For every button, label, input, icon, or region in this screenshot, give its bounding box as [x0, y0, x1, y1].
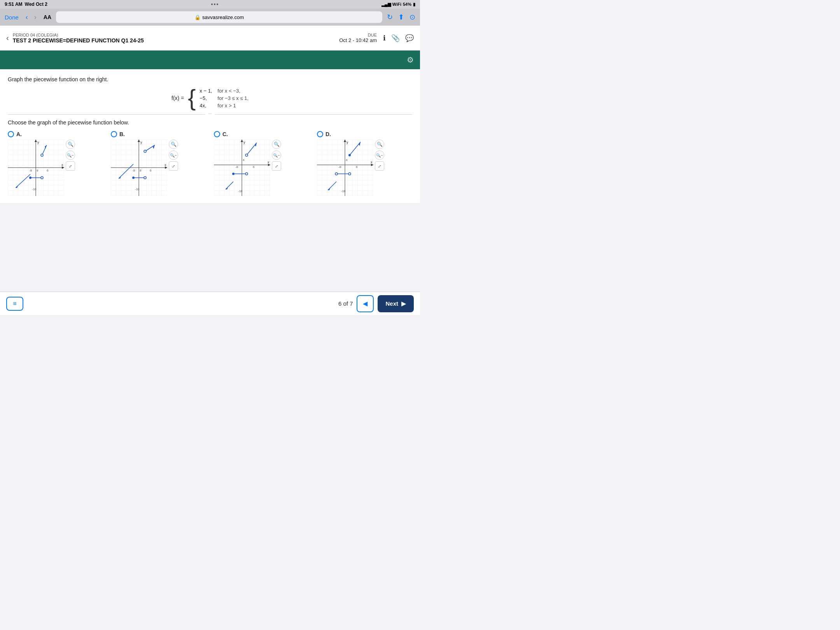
back-arrow-icon[interactable]: ‹ — [6, 33, 9, 42]
info-icon[interactable]: ℹ — [383, 34, 386, 42]
list-button[interactable]: ≡ — [6, 297, 23, 311]
chat-icon[interactable]: 💬 — [405, 34, 414, 42]
graph-a-wrapper: x y 8 -8 6 -10 — [8, 140, 64, 196]
function-display: f(x) = { x − 1, for x < −3, −5, for −3 ≤… — [8, 86, 412, 110]
graph-b-container: x y 8 -8 6 -10 — [111, 140, 167, 196]
signal-icon: ▂▄▆ — [382, 2, 391, 7]
period-label: PERIOD 04 (COLEGIA) — [13, 33, 144, 37]
due-block: DUE Oct 2 - 10:42 am — [339, 33, 377, 43]
done-button[interactable]: Done — [5, 14, 19, 21]
graph-c-zoom-controls: 🔍 🔍− ⤢ — [272, 140, 281, 171]
next-button[interactable]: Next ▶ — [378, 295, 414, 312]
battery-percent: 54% — [403, 2, 411, 7]
svg-text:6: 6 — [47, 169, 49, 172]
svg-text:-8: -8 — [338, 165, 341, 169]
url-text: savvasrealize.com — [202, 14, 244, 20]
graph-d-container: x y 4 -8 6 -18 — [317, 140, 373, 196]
expand-d[interactable]: ⤢ — [375, 161, 384, 171]
graph-d-zoom-controls: 🔍 🔍− ⤢ — [375, 140, 384, 171]
status-right: ▂▄▆ WiFi 54% ▮ — [382, 2, 415, 7]
page-count: 6 of 7 — [338, 300, 353, 307]
nav-right: 6 of 7 ◀ Next ▶ — [338, 295, 414, 312]
zoom-in-c[interactable]: 🔍 — [272, 140, 281, 149]
case-cond-1: for x < −3, — [217, 88, 240, 94]
question-text-1: Graph the piecewise function on the righ… — [8, 76, 412, 82]
choice-d-header: D. — [317, 131, 331, 137]
svg-text:y: y — [346, 140, 348, 144]
fx-label: f(x) = — [172, 95, 184, 101]
paperclip-icon[interactable]: 📎 — [391, 34, 400, 42]
header-left: ‹ PERIOD 04 (COLEGIA) TEST 2 PIECEWISE=D… — [6, 33, 144, 44]
graph-d-wrapper: x y 4 -8 6 -18 — [317, 140, 373, 196]
date: Wed Oct 2 — [25, 2, 47, 7]
choice-a: A. — [8, 131, 103, 196]
zoom-out-b[interactable]: 🔍− — [169, 150, 178, 160]
back-button[interactable]: ‹ — [23, 12, 30, 22]
graph-c-container: x y 4 -8 6 -18 — [214, 140, 270, 196]
svg-point-16 — [41, 154, 43, 156]
prev-arrow-icon: ◀ — [363, 300, 368, 307]
zoom-out-c[interactable]: 🔍− — [272, 150, 281, 160]
browser-nav: ‹ › — [23, 12, 39, 22]
expand-a[interactable]: ⤢ — [66, 161, 75, 171]
svg-text:y: y — [140, 140, 142, 144]
case-cond-2: for −3 ≤ x ≤ 1, — [217, 95, 248, 101]
zoom-out-a[interactable]: 🔍− — [66, 150, 75, 160]
zoom-in-b[interactable]: 🔍 — [169, 140, 178, 149]
reload-icon[interactable]: ↻ — [387, 13, 393, 21]
list-icon: ≡ — [13, 300, 16, 307]
compass-icon[interactable]: ⊙ — [410, 13, 415, 21]
radio-b[interactable] — [111, 131, 117, 137]
radio-d[interactable] — [317, 131, 323, 137]
divider-dots[interactable]: ··· — [205, 111, 215, 116]
choice-a-header: A. — [8, 131, 22, 137]
aa-button[interactable]: AA — [44, 14, 51, 20]
graph-a-zoom-controls: 🔍 🔍− ⤢ — [66, 140, 75, 171]
choice-c-label: C. — [222, 131, 228, 137]
settings-icon[interactable]: ⚙ — [407, 55, 414, 65]
svg-text:6: 6 — [253, 165, 255, 169]
case-row-3: 4x, for x > 1 — [200, 103, 248, 108]
graph-a-svg: x y 8 -8 6 -10 — [8, 140, 64, 196]
svg-text:6: 6 — [150, 169, 152, 172]
svg-text:x: x — [371, 160, 373, 164]
choice-d: D. x — [317, 131, 412, 196]
svg-point-35 — [144, 150, 146, 152]
choices-row: A. — [8, 131, 412, 196]
expand-b[interactable]: ⤢ — [169, 161, 178, 171]
svg-point-33 — [132, 177, 135, 179]
prev-button[interactable]: ◀ — [357, 295, 374, 312]
zoom-in-a[interactable]: 🔍 — [66, 140, 75, 149]
header-right: DUE Oct 2 - 10:42 am ℹ 📎 💬 — [339, 33, 414, 43]
svg-text:6: 6 — [356, 165, 358, 169]
status-left: 9:51 AM Wed Oct 2 — [5, 2, 47, 7]
svg-text:y: y — [243, 140, 245, 144]
radio-a[interactable] — [8, 131, 14, 137]
svg-text:-8: -8 — [235, 165, 238, 169]
graph-b-zoom-controls: 🔍 🔍− ⤢ — [169, 140, 178, 171]
zoom-out-d[interactable]: 🔍− — [375, 150, 384, 160]
svg-text:y: y — [37, 140, 39, 144]
svg-point-72 — [348, 173, 351, 175]
graph-a-container: x y 8 -8 6 -10 — [8, 140, 64, 196]
choice-d-label: D. — [326, 131, 331, 137]
battery-icon: ▮ — [413, 2, 415, 7]
share-icon[interactable]: ⬆ — [398, 13, 404, 21]
due-label: DUE — [339, 33, 377, 37]
zoom-in-d[interactable]: 🔍 — [375, 140, 384, 149]
browser-bar: Done ‹ › AA 🔒 savvasrealize.com ↻ ⬆ ⊙ — [0, 9, 420, 26]
url-bar[interactable]: 🔒 savvasrealize.com — [56, 11, 382, 23]
choice-c-header: C. — [214, 131, 228, 137]
svg-point-52 — [232, 173, 234, 175]
case-row-2: −5, for −3 ≤ x ≤ 1, — [200, 95, 248, 101]
graph-c-svg: x y 4 -8 6 -18 — [214, 140, 270, 196]
svg-text:x: x — [268, 160, 270, 164]
expand-c[interactable]: ⤢ — [272, 161, 281, 171]
header-icons: ℹ 📎 💬 — [383, 34, 414, 42]
time: 9:51 AM — [5, 2, 23, 7]
app-header: ‹ PERIOD 04 (COLEGIA) TEST 2 PIECEWISE=D… — [0, 26, 420, 51]
case-expr-1: x − 1, — [200, 88, 215, 94]
forward-button[interactable]: › — [32, 12, 39, 22]
radio-c[interactable] — [214, 131, 220, 137]
case-expr-3: 4x, — [200, 103, 215, 108]
